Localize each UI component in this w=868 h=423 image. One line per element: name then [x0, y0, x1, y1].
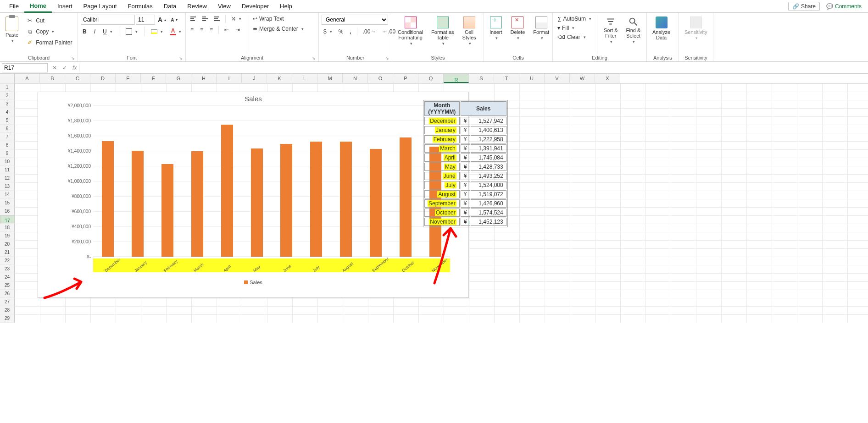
row-header[interactable]: 16 [0, 207, 15, 215]
align-middle-button[interactable] [200, 16, 210, 22]
decrease-indent-button[interactable]: ⇤ [223, 26, 231, 34]
border-button[interactable] [124, 27, 139, 36]
cell-currency[interactable]: ¥ [461, 154, 470, 162]
cell-value[interactable]: 1,493,252 [471, 172, 506, 180]
align-center-button[interactable]: ≡ [198, 26, 205, 34]
column-header[interactable]: S [469, 74, 494, 83]
number-dialog-icon[interactable]: ↘ [385, 56, 389, 60]
share-button[interactable]: 🔗Share [788, 2, 820, 11]
sales-data-table[interactable]: Month (YYYYMM)SalesDecember¥1,527,942Jan… [423, 100, 508, 227]
row-header[interactable]: 8 [0, 141, 15, 149]
row-header[interactable]: 4 [0, 108, 15, 116]
tab-view[interactable]: View [212, 0, 236, 12]
comments-button[interactable]: 💬Comments [823, 2, 864, 11]
row-header[interactable]: 5 [0, 116, 15, 125]
enter-formula-button[interactable]: ✓ [60, 65, 70, 71]
bold-button[interactable]: B [81, 27, 89, 36]
tab-formulas[interactable]: Formulas [122, 0, 158, 12]
decrease-font-button[interactable]: ▾ [169, 16, 179, 24]
row-header[interactable]: 15 [0, 199, 15, 207]
row-header[interactable]: 1 [0, 83, 15, 92]
table-row[interactable]: December¥1,527,942 [424, 117, 506, 125]
analyze-data-button[interactable]: Analyze Data [650, 15, 673, 42]
column-header[interactable]: R [444, 74, 469, 83]
font-name-select[interactable] [81, 15, 135, 25]
conditional-formatting-button[interactable]: Conditional Formatting [395, 15, 426, 48]
italic-button[interactable]: I [92, 27, 97, 36]
table-header-sales[interactable]: Sales [461, 101, 506, 116]
cell-month[interactable]: January [424, 126, 460, 134]
table-row[interactable]: June¥1,493,252 [424, 172, 506, 180]
table-header-month[interactable]: Month (YYYYMM) [424, 101, 460, 116]
table-row[interactable]: March¥1,391,941 [424, 144, 506, 153]
bar[interactable] [221, 125, 233, 257]
cut-button[interactable]: Cut [24, 16, 74, 26]
bar[interactable] [191, 151, 203, 257]
merge-center-button[interactable]: ⬌Merge & Center [251, 25, 306, 33]
row-header[interactable]: 7 [0, 133, 15, 141]
accounting-format-button[interactable]: $ [322, 27, 334, 36]
formula-input[interactable] [79, 64, 868, 72]
insert-cells-button[interactable]: Insert [487, 15, 505, 42]
format-cells-button[interactable]: Format [530, 15, 552, 42]
number-format-select[interactable]: General [322, 15, 388, 25]
format-as-table-button[interactable]: Format as Table [428, 15, 457, 48]
cell-currency[interactable]: ¥ [461, 209, 470, 217]
row-header[interactable]: 13 [0, 182, 15, 191]
column-header[interactable]: I [217, 74, 242, 83]
find-select-button[interactable]: Find & Select [623, 15, 644, 46]
table-row[interactable]: February¥1,222,958 [424, 135, 506, 143]
copy-button[interactable]: Copy [24, 27, 74, 37]
row-header[interactable]: 27 [0, 298, 15, 306]
table-row[interactable]: May¥1,428,733 [424, 163, 506, 171]
font-dialog-icon[interactable]: ↘ [179, 56, 183, 60]
select-all-corner[interactable] [0, 74, 15, 83]
tab-developer[interactable]: Developer [236, 0, 274, 12]
column-header[interactable]: L [292, 74, 317, 83]
cell-currency[interactable]: ¥ [461, 144, 470, 153]
column-header[interactable]: H [191, 74, 217, 83]
cell-month[interactable]: May [424, 163, 460, 171]
row-header[interactable]: 11 [0, 166, 15, 174]
worksheet[interactable]: ABCDEFGHIJKLMNOPQRSTUVWX 123456789101112… [0, 74, 868, 422]
cell-month[interactable]: August [424, 190, 460, 198]
row-header[interactable]: 21 [0, 248, 15, 257]
cell-value[interactable]: 1,222,958 [471, 135, 506, 143]
cell-month[interactable]: September [424, 199, 460, 208]
delete-cells-button[interactable]: Delete [508, 15, 528, 42]
cell-value[interactable]: 1,428,733 [471, 163, 506, 171]
cell-value[interactable]: 1,527,942 [471, 117, 506, 125]
align-left-button[interactable]: ≡ [189, 26, 195, 34]
align-bottom-button[interactable] [212, 16, 222, 22]
column-header[interactable]: A [15, 74, 40, 83]
cell-month[interactable]: June [424, 172, 460, 180]
column-header[interactable]: C [65, 74, 90, 83]
column-header[interactable]: N [343, 74, 368, 83]
underline-button[interactable]: U [101, 27, 114, 36]
tab-page-layout[interactable]: Page Layout [78, 0, 122, 12]
column-header[interactable]: P [393, 74, 418, 83]
cell-currency[interactable]: ¥ [461, 126, 470, 134]
column-header[interactable]: W [570, 74, 595, 83]
font-color-button[interactable]: A [168, 27, 184, 36]
clipboard-dialog-icon[interactable]: ↘ [71, 56, 75, 60]
bar[interactable] [251, 148, 263, 257]
column-header[interactable]: E [116, 74, 141, 83]
increase-indent-button[interactable]: ⇥ [234, 26, 242, 34]
percent-format-button[interactable]: % [337, 27, 345, 36]
column-headers[interactable]: ABCDEFGHIJKLMNOPQRSTUVWX [0, 74, 868, 83]
column-header[interactable]: Q [418, 74, 444, 83]
column-header[interactable]: O [368, 74, 393, 83]
column-header[interactable]: K [267, 74, 292, 83]
cell-currency[interactable]: ¥ [461, 199, 470, 208]
insert-function-button[interactable]: fx [70, 65, 79, 71]
row-header[interactable]: 28 [0, 306, 15, 314]
comma-format-button[interactable]: , [348, 27, 353, 36]
row-header[interactable]: 18 [0, 224, 15, 232]
column-header[interactable]: F [141, 74, 166, 83]
paste-button[interactable]: Paste [3, 15, 21, 45]
align-right-button[interactable]: ≡ [208, 26, 215, 34]
cell-value[interactable]: 1,745,084 [471, 154, 506, 162]
row-header[interactable]: 24 [0, 273, 15, 281]
row-header[interactable]: 9 [0, 149, 15, 158]
